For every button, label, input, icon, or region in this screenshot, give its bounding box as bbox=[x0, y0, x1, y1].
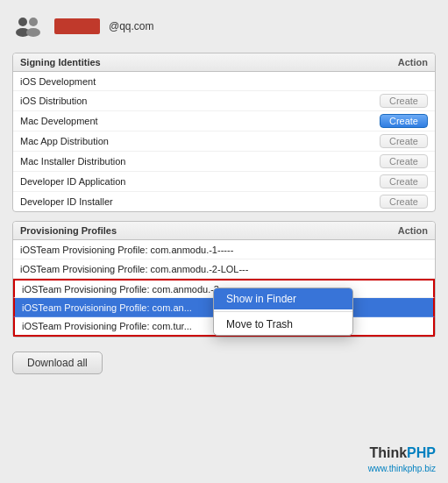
header: @qq.com bbox=[12, 11, 436, 44]
signing-label-ios-dist: iOS Distribution bbox=[20, 96, 87, 106]
download-all-button[interactable]: Download all bbox=[12, 352, 103, 374]
profile-label-1: iOSTeam Provisioning Profile: com.anmodu… bbox=[20, 245, 233, 255]
watermark-think: Think bbox=[369, 445, 407, 460]
context-menu-divider bbox=[214, 311, 352, 312]
provisioning-panel-header: Provisioning Profiles Action bbox=[13, 222, 435, 240]
context-menu: Show in Finder Move to Trash bbox=[213, 288, 353, 336]
signing-label-mac-app: Mac App Distribution bbox=[20, 136, 109, 146]
create-dev-id-app-button[interactable]: Create bbox=[380, 174, 428, 188]
signing-identities-panel: Signing Identities Action iOS Developmen… bbox=[12, 53, 436, 212]
provisioning-panel-title: Provisioning Profiles bbox=[20, 225, 117, 236]
signing-label-mac-installer: Mac Installer Distribution bbox=[20, 156, 125, 167]
signing-row-dev-id-installer: Developer ID Installer Create bbox=[13, 192, 435, 211]
signing-panel-action: Action bbox=[398, 57, 428, 67]
profile-label-3: iOSTeam Provisioning Profile: com.anmodu… bbox=[22, 284, 235, 295]
create-mac-dev-button[interactable]: Create bbox=[380, 114, 428, 128]
watermark-url: www.thinkphp.biz bbox=[368, 463, 436, 474]
context-menu-move-trash[interactable]: Move to Trash bbox=[214, 314, 352, 335]
create-mac-installer-button[interactable]: Create bbox=[380, 154, 428, 168]
provisioning-profiles-panel: Provisioning Profiles Action iOSTeam Pro… bbox=[12, 221, 436, 337]
user-email: @qq.com bbox=[109, 20, 154, 32]
create-ios-dist-button[interactable]: Create bbox=[380, 94, 428, 108]
svg-point-2 bbox=[29, 18, 38, 26]
create-dev-id-installer-button[interactable]: Create bbox=[380, 195, 428, 209]
signing-row-ios-dist: iOS Distribution Create bbox=[13, 91, 435, 111]
signing-label-dev-id-app: Developer ID Application bbox=[20, 176, 125, 187]
signing-label-mac-dev: Mac Development bbox=[20, 116, 98, 126]
watermark-php: PHP bbox=[407, 445, 436, 460]
signing-row-mac-installer: Mac Installer Distribution Create bbox=[13, 152, 435, 172]
signing-row-dev-id-app: Developer ID Application Create bbox=[13, 172, 435, 192]
profile-row-1[interactable]: iOSTeam Provisioning Profile: com.anmodu… bbox=[13, 240, 435, 259]
signing-panel-title: Signing Identities bbox=[20, 57, 101, 67]
footer: Download all bbox=[12, 346, 436, 374]
svg-point-3 bbox=[26, 28, 40, 37]
signing-row-mac-dev: Mac Development Create bbox=[13, 111, 435, 131]
profile-row-2[interactable]: iOSTeam Provisioning Profile: com.anmodu… bbox=[13, 259, 435, 279]
signing-label-dev-id-installer: Developer ID Installer bbox=[20, 196, 113, 207]
profile-label-2: iOSTeam Provisioning Profile: com.anmodu… bbox=[20, 264, 248, 274]
avatar-icon bbox=[12, 14, 46, 39]
profile-label-4: iOSTeam Provisioning Profile: com.an... bbox=[22, 302, 192, 313]
user-name-redacted bbox=[54, 18, 100, 34]
profile-label-5: iOSTeam Provisioning Profile: com.tur... bbox=[22, 321, 192, 331]
watermark-brand: ThinkPHP bbox=[368, 444, 436, 463]
create-mac-app-button[interactable]: Create bbox=[380, 134, 428, 148]
provisioning-panel-action: Action bbox=[398, 225, 428, 236]
main-container: @qq.com Signing Identities Action iOS De… bbox=[0, 0, 448, 387]
signing-panel-header: Signing Identities Action bbox=[13, 53, 435, 72]
context-menu-show-finder[interactable]: Show in Finder bbox=[214, 288, 352, 309]
signing-row-ios-dev: iOS Development bbox=[13, 72, 435, 91]
watermark: ThinkPHP www.thinkphp.biz bbox=[368, 444, 436, 474]
svg-point-0 bbox=[18, 18, 27, 26]
signing-row-mac-app: Mac App Distribution Create bbox=[13, 131, 435, 152]
signing-label-ios-dev: iOS Development bbox=[20, 76, 96, 87]
